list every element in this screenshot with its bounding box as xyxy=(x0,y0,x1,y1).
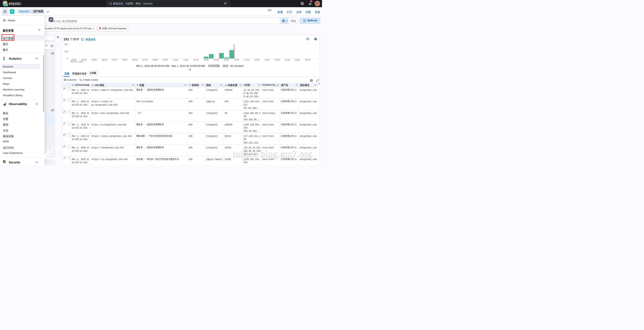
svg-text:02:00: 02:00 xyxy=(92,59,97,61)
svg-text:17:00: 17:00 xyxy=(244,59,249,61)
svg-text:15:00: 15:00 xyxy=(224,59,229,61)
svg-text:13:00: 13:00 xyxy=(204,59,208,61)
svg-text:06:00: 06:00 xyxy=(132,59,138,61)
svg-text:11:00: 11:00 xyxy=(183,59,188,61)
svg-text:09:00: 09:00 xyxy=(163,59,168,61)
svg-text:22:00: 22:00 xyxy=(295,59,300,61)
svg-text:18:00: 18:00 xyxy=(254,59,260,61)
svg-text:23:00: 23:00 xyxy=(305,59,310,61)
svg-text:100: 100 xyxy=(64,50,68,53)
svg-text:0: 0 xyxy=(67,57,68,60)
svg-text:21:00: 21:00 xyxy=(285,59,290,61)
svg-text:07:00: 07:00 xyxy=(142,59,148,61)
svg-text:03:00: 03:00 xyxy=(102,59,107,61)
svg-text:10:00: 10:00 xyxy=(173,59,178,61)
svg-text:March 1, 2023: March 1, 2023 xyxy=(70,60,84,63)
svg-text:19:00: 19:00 xyxy=(264,59,270,61)
svg-text:14:00: 14:00 xyxy=(214,59,219,61)
svg-text:04:00: 04:00 xyxy=(112,59,117,61)
svg-text:08:00: 08:00 xyxy=(153,59,158,61)
svg-text:20:00: 20:00 xyxy=(274,59,280,61)
svg-text:200: 200 xyxy=(64,43,68,45)
svg-text:05:00: 05:00 xyxy=(122,59,128,61)
svg-text:12:00: 12:00 xyxy=(193,59,198,61)
svg-text:16:00: 16:00 xyxy=(234,59,239,61)
